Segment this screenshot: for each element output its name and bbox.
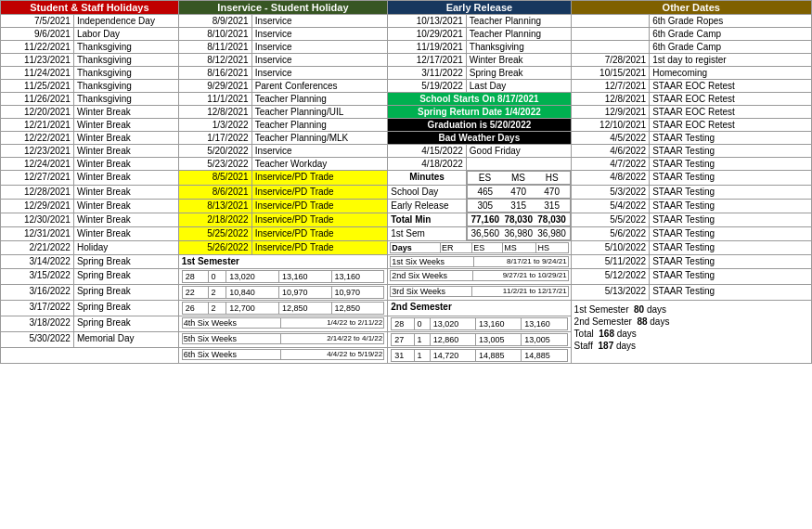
inservice-label: Teacher Planning	[251, 93, 388, 106]
school-starts-cell: School Starts On 8/17/2021	[388, 93, 571, 106]
sw2-label: 2nd Six Weeks 9/27/21 to 10/29/21	[388, 269, 571, 285]
other-date: 4/8/2022	[571, 171, 650, 186]
holiday-label: Winter Break	[73, 213, 178, 226]
other-label: STAAR Testing	[650, 199, 812, 213]
other-label: STAAR Testing	[650, 132, 812, 145]
other-date: 4/7/2022	[571, 158, 650, 171]
table-row: 3/17/2022 Spring Break 26212,70012,85012…	[1, 301, 812, 316]
other-label: STAAR EOC Retest	[650, 80, 812, 93]
holiday-date: 3/18/2022	[1, 316, 74, 332]
sw1-nums: 28013,02013,16013,160	[178, 269, 388, 285]
other-date: 5/12/2022	[571, 269, 650, 285]
inservice-date: 8/9/2021	[178, 15, 251, 28]
sw5-nums: 27112,86013,00513,005	[388, 332, 571, 348]
inservice-date: 8/13/2021	[178, 199, 251, 213]
inservice-label: Inservice/PD Trade	[251, 199, 388, 213]
school-day-hs: 470	[544, 187, 560, 197]
holiday-label: Winter Break	[73, 119, 178, 132]
holiday-label: Winter Break	[73, 199, 178, 213]
inservice-date: 9/29/2021	[178, 80, 251, 93]
holiday-label: Independence Day	[73, 15, 178, 28]
inservice-date: 5/23/2022	[178, 158, 251, 171]
holiday-date: 11/24/2021	[1, 67, 74, 80]
other-label: STAAR EOC Retest	[650, 106, 812, 119]
inservice-label: Teacher Planning/MLK	[251, 132, 388, 145]
er-ms: 315	[510, 200, 526, 211]
table-row: 11/22/2021 Thanksgiving 8/11/2021 Inserv…	[1, 41, 812, 54]
table-row: 2/21/2022 Holiday 5/26/2022 Inservice/PD…	[1, 241, 812, 255]
holiday-date: 3/14/2022	[1, 255, 74, 269]
holiday-label: Thanksgiving	[73, 93, 178, 106]
er-label: Last Day	[466, 80, 571, 93]
holiday-date: 7/5/2021	[1, 15, 74, 28]
other-date: 12/7/2021	[571, 80, 650, 93]
sem2-summary-days: 88	[637, 316, 647, 327]
header-other-dates: Other Dates	[571, 1, 811, 15]
other-date	[571, 28, 650, 41]
early-release-min-label: Early Release	[388, 199, 467, 213]
graduation-cell: Graduation is 5/20/2022	[388, 119, 571, 132]
inservice-label: Parent Conferences	[251, 80, 388, 93]
table-row: 3/16/2022 Spring Break 22210,84010,97010…	[1, 285, 812, 301]
holiday-date: 11/23/2021	[1, 54, 74, 67]
holiday-date: 12/27/2021	[1, 171, 74, 186]
other-label: Homecoming	[650, 67, 812, 80]
other-label: STAAR Testing	[650, 285, 812, 301]
er-label: Spring Break	[466, 67, 571, 80]
holiday-date: 11/22/2021	[1, 41, 74, 54]
inservice-date: 8/16/2021	[178, 67, 251, 80]
holiday-label: Spring Break	[73, 269, 178, 285]
sem1-es: 36,560	[470, 228, 499, 239]
sem1-summary-days: 80	[634, 304, 644, 315]
other-date: 5/10/2022	[571, 241, 650, 255]
er-label: Teacher Planning	[466, 15, 571, 28]
sw4-nums: 28013,02013,16013,160	[388, 316, 571, 332]
other-date: 12/10/2021	[571, 119, 650, 132]
sem2-summary-label: 2nd Semester	[574, 316, 632, 327]
other-date: 7/28/2021	[571, 54, 650, 67]
holiday-date: 9/6/2021	[1, 28, 74, 41]
inservice-date: 11/1/2021	[178, 93, 251, 106]
sem1-summary-unit: days	[647, 304, 666, 315]
holiday-label: Winter Break	[73, 226, 178, 241]
inservice-label: Inservice	[251, 41, 388, 54]
table-row: 12/24/2021 Winter Break 5/23/2022 Teache…	[1, 158, 812, 171]
other-label: STAAR Testing	[650, 213, 812, 226]
table-row: 7/5/2021 Independence Day 8/9/2021 Inser…	[1, 15, 812, 28]
er-date: 12/17/2021	[388, 54, 467, 67]
holiday-label: Holiday	[73, 241, 178, 255]
er-hs: 315	[544, 200, 560, 211]
other-label: 6th Grade Ropes	[650, 15, 812, 28]
staff-summary-unit: days	[616, 341, 636, 351]
total-min-hs: 78,030	[537, 214, 566, 225]
holiday-label: Labor Day	[73, 28, 178, 41]
table-row: 12/28/2021 Winter Break 8/6/2021 Inservi…	[1, 185, 812, 199]
table-row: 11/25/2021 Thanksgiving 9/29/2021 Parent…	[1, 80, 812, 93]
total-min-ms: 78,030	[504, 214, 533, 225]
holiday-date: 12/29/2021	[1, 199, 74, 213]
holiday-label: Spring Break	[73, 255, 178, 269]
holiday-date: 2/21/2022	[1, 241, 74, 255]
holiday-date: 12/31/2021	[1, 226, 74, 241]
holiday-date: 3/17/2022	[1, 301, 74, 316]
minutes-header-cols: ES MS HS	[467, 171, 571, 185]
sw2-nums: 22210,84010,97010,970	[178, 285, 388, 301]
school-day-es: 465	[477, 187, 493, 197]
sw4-label: 4th Six Weeks 1/4/22 to 2/11/22	[178, 316, 388, 332]
other-date: 5/5/2022	[571, 213, 650, 226]
sw5-label: 5th Six Weeks 2/14/22 to 4/1/22	[178, 332, 388, 348]
er-label: Winter Break	[466, 54, 571, 67]
table-row: 12/20/2021 Winter Break 12/8/2021 Teache…	[1, 106, 812, 119]
er-label: Teacher Planning	[466, 28, 571, 41]
other-date: 5/13/2022	[571, 285, 650, 301]
inservice-date: 12/8/2021	[178, 106, 251, 119]
table-row: 9/6/2021 Labor Day 8/10/2021 Inservice 1…	[1, 28, 812, 41]
sem2-summary-unit: days	[650, 316, 669, 327]
holiday-label: Spring Break	[73, 301, 178, 316]
hs-header: HS	[546, 173, 559, 183]
school-day-vals: 465 470 470	[467, 185, 571, 199]
table-row: 12/31/2021 Winter Break 5/25/2022 Inserv…	[1, 226, 812, 241]
total-summary-unit: days	[617, 329, 637, 339]
er-date: 5/19/2022	[388, 80, 467, 93]
sw3-label: 3rd Six Weeks 11/2/21 to 12/17/21	[388, 285, 571, 301]
